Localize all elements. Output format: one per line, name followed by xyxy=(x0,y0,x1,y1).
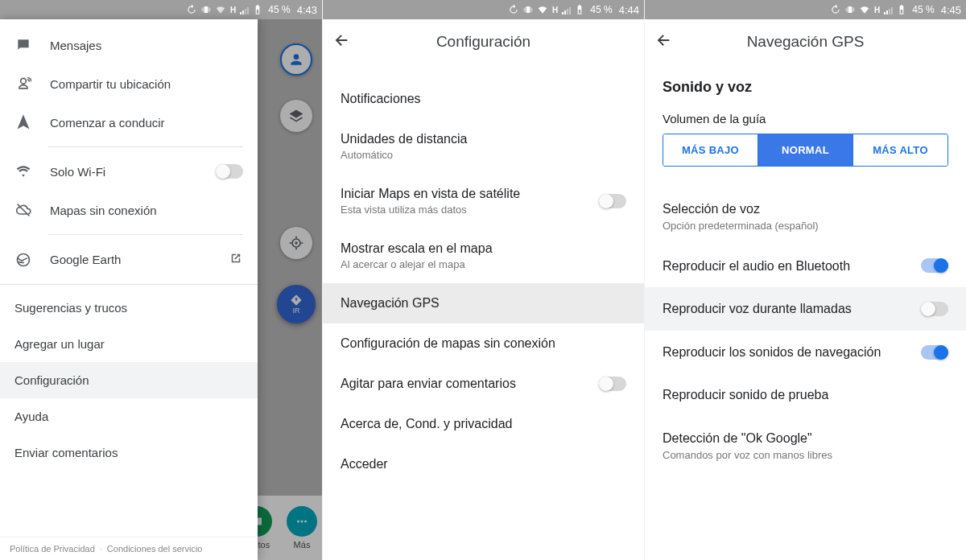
sync-icon xyxy=(830,4,841,15)
network-type: H xyxy=(552,6,558,14)
wifi-icon-dim xyxy=(215,4,226,15)
nav-drawer: Mensajes Compartir tu ubicación Comenzar… xyxy=(0,19,258,560)
status-bar: H 45 % 4:44 xyxy=(323,0,644,19)
back-button[interactable] xyxy=(654,31,672,52)
network-type: H xyxy=(874,6,880,14)
row-acerca-privacidad[interactable]: Acerca de, Cond. y privacidad xyxy=(323,404,644,444)
satelite-toggle[interactable] xyxy=(599,194,626,208)
row-seleccion-voz[interactable]: Selección de voz Opción predeterminada (… xyxy=(663,187,948,245)
cloud-off-icon xyxy=(14,202,32,218)
vibrate-icon xyxy=(522,4,534,15)
link-condiciones[interactable]: Condiciones del servicio xyxy=(107,544,203,554)
vibrate-icon xyxy=(844,4,856,15)
row-ok-google[interactable]: Detección de "Ok Google" Comandos por vo… xyxy=(663,417,948,474)
row-sonidos-navegacion[interactable]: Reproducir los sonidos de navegación xyxy=(663,331,948,374)
section-sonido-voz: Sonido y voz xyxy=(663,79,948,96)
row-voz-llamadas[interactable]: Reproducir voz durante llamadas xyxy=(645,287,966,331)
drawer-agregar-lugar[interactable]: Agregar un lugar xyxy=(0,326,258,362)
battery-percent: 45 % xyxy=(268,4,290,15)
page-title: Configuración xyxy=(366,33,601,51)
row-config-offline[interactable]: Configuración de mapas sin conexión xyxy=(323,323,644,364)
clock: 4:44 xyxy=(619,4,639,16)
drawer-sugerencias[interactable]: Sugerencias y trucos xyxy=(0,290,258,326)
bluetooth-toggle[interactable] xyxy=(921,258,948,273)
appbar: Configuración xyxy=(323,19,644,64)
wifi-icon xyxy=(14,163,32,179)
segment-normal[interactable]: NORMAL xyxy=(758,134,852,166)
row-sonido-prueba[interactable]: Reproducir sonido de prueba xyxy=(663,373,948,417)
drawer-configuracion[interactable]: Configuración xyxy=(0,362,258,398)
clock: 4:45 xyxy=(941,4,961,16)
battery-percent: 45 % xyxy=(912,4,934,15)
status-bar: H 45 % 4:43 xyxy=(0,0,322,19)
earth-icon xyxy=(14,252,32,268)
sync-icon xyxy=(186,4,197,15)
back-button[interactable] xyxy=(332,31,350,52)
drawer-enviar-comentarios[interactable]: Enviar comentarios xyxy=(0,434,258,471)
battery-icon xyxy=(252,4,263,15)
drawer-conducir[interactable]: Comenzar a conducir xyxy=(0,103,258,142)
row-unidades-distancia[interactable]: Unidades de distancia Automático xyxy=(323,119,644,174)
drawer-footer: Política de Privacidad · Condiciones del… xyxy=(0,537,258,560)
drawer-compartir-ubicacion[interactable]: Compartir tu ubicación xyxy=(0,64,258,103)
appbar: Navegación GPS xyxy=(645,19,966,64)
label-volumen-guia: Volumen de la guía xyxy=(663,112,948,126)
signal-icon xyxy=(884,5,893,14)
row-mostrar-escala[interactable]: Mostrar escala en el mapa Al acercar o a… xyxy=(323,229,644,283)
drawer-mensajes[interactable]: Mensajes xyxy=(0,26,258,64)
volume-segmented-control: MÁS BAJO NORMAL MÁS ALTO xyxy=(663,134,948,167)
signal-icon xyxy=(240,5,249,14)
battery-icon xyxy=(896,4,907,15)
vibrate-icon xyxy=(200,4,212,15)
segment-mas-bajo[interactable]: MÁS BAJO xyxy=(663,134,758,166)
wifi-toggle[interactable] xyxy=(216,164,243,179)
row-notificaciones[interactable]: Notificaciones xyxy=(323,79,644,119)
network-type: H xyxy=(230,6,236,14)
open-external-icon xyxy=(229,251,243,268)
llamadas-toggle[interactable] xyxy=(921,302,948,316)
navigation-icon xyxy=(14,114,32,130)
share-location-icon xyxy=(14,76,32,92)
clock: 4:43 xyxy=(297,4,317,16)
link-privacidad[interactable]: Política de Privacidad xyxy=(10,544,95,554)
row-agitar-comentarios[interactable]: Agitar para enviar comentarios xyxy=(323,364,644,404)
row-audio-bluetooth[interactable]: Reproducir el audio en Bluetooth xyxy=(663,245,948,288)
row-vista-satelite[interactable]: Iniciar Maps en vista de satélite Esta v… xyxy=(323,174,644,229)
segment-mas-alto[interactable]: MÁS ALTO xyxy=(852,134,947,166)
drawer-google-earth[interactable]: Google Earth xyxy=(0,240,258,279)
row-navegacion-gps[interactable]: Navegación GPS xyxy=(323,283,644,323)
battery-percent: 45 % xyxy=(590,4,612,15)
agitar-toggle[interactable] xyxy=(599,377,626,391)
sync-icon xyxy=(508,4,519,15)
page-title: Navegación GPS xyxy=(688,33,923,51)
status-bar: H 45 % 4:45 xyxy=(645,0,966,19)
row-cutoff xyxy=(323,64,644,79)
drawer-offline-maps[interactable]: Mapas sin conexión xyxy=(0,191,258,229)
battery-icon xyxy=(574,4,585,15)
wifi-icon xyxy=(859,4,870,15)
drawer-wifi-only[interactable]: Solo Wi-Fi xyxy=(0,152,258,191)
wifi-icon xyxy=(537,4,548,15)
signal-icon xyxy=(562,5,571,14)
navsounds-toggle[interactable] xyxy=(921,345,948,360)
drawer-ayuda[interactable]: Ayuda xyxy=(0,398,258,434)
messages-icon xyxy=(14,37,32,53)
row-acceder[interactable]: Acceder xyxy=(323,444,644,484)
